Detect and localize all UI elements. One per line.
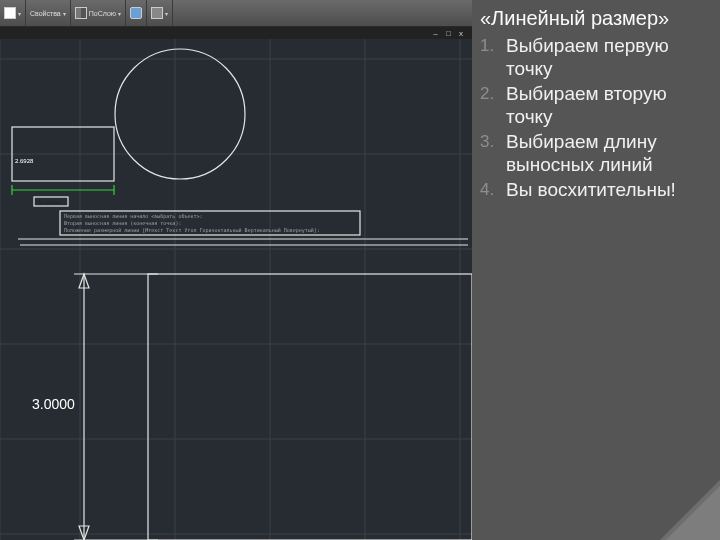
tool-icon[interactable] — [130, 7, 142, 19]
step-item: Выбираем длину выносных линий — [480, 130, 712, 176]
step-item: Выбираем вторую точку — [480, 82, 712, 128]
chevron-down-icon[interactable]: ▾ — [118, 10, 121, 17]
ribbon-toolbar[interactable]: ▾ Свойства ▾ ПоСлою ▾ ▾ — [0, 0, 472, 27]
linetype-swatch — [75, 7, 87, 19]
layer-color-swatch[interactable] — [4, 7, 16, 19]
drawing-canvas[interactable]: 2.6928 По слою Первая выносная линия нач… — [0, 39, 472, 540]
canvas-grid — [0, 39, 472, 540]
drawing-objects: 2.6928 По слою Первая выносная линия нач… — [12, 49, 472, 540]
dim-small-value: 2.6928 — [15, 158, 34, 164]
page-curl-icon — [660, 480, 720, 540]
circle-shape — [115, 49, 245, 179]
instruction-panel: «Линейный размер» Выбираем первую точку … — [472, 0, 720, 540]
ribbon-properties-label: Свойства — [30, 10, 61, 17]
step-item: Вы восхитительны! — [480, 178, 712, 201]
ribbon-group-misc2[interactable]: ▾ — [147, 0, 173, 26]
ribbon-group-misc1[interactable] — [126, 0, 147, 26]
cmd-line-3: Положение размерной линии [Мтекст Текст … — [64, 227, 320, 234]
bylayer-label: ПоСлою — [89, 10, 116, 17]
maximize-icon[interactable]: □ — [446, 29, 454, 38]
instruction-title: «Линейный размер» — [480, 6, 712, 30]
rect-large — [148, 274, 472, 540]
app-titlebar — [0, 27, 472, 39]
tool-icon[interactable] — [151, 7, 163, 19]
tooltip-tag-text: По слою — [36, 199, 60, 205]
cmd-line-1: Первая выносная линия начало <выбрать об… — [64, 213, 202, 220]
chevron-down-icon[interactable]: ▾ — [18, 10, 21, 17]
ribbon-group-bylayer[interactable]: ПоСлою ▾ — [71, 0, 126, 26]
dim-big-value: 3.0000 — [32, 396, 75, 412]
window-controls: – □ x — [433, 29, 466, 38]
chevron-down-icon[interactable]: ▾ — [63, 10, 66, 17]
chevron-down-icon[interactable]: ▾ — [165, 10, 168, 17]
minimize-icon[interactable]: – — [433, 29, 440, 38]
cad-app-pane: ▾ Свойства ▾ ПоСлою ▾ ▾ – □ x • • • — [0, 0, 472, 540]
cmd-line-2: Вторая выносная линия (конечная точка): — [64, 220, 181, 227]
ribbon-group-layers[interactable]: ▾ — [0, 0, 26, 26]
close-icon[interactable]: x — [459, 29, 466, 38]
ribbon-group-properties[interactable]: Свойства ▾ — [26, 0, 71, 26]
step-item: Выбираем первую точку — [480, 34, 712, 80]
instruction-steps: Выбираем первую точку Выбираем вторую то… — [480, 34, 712, 201]
